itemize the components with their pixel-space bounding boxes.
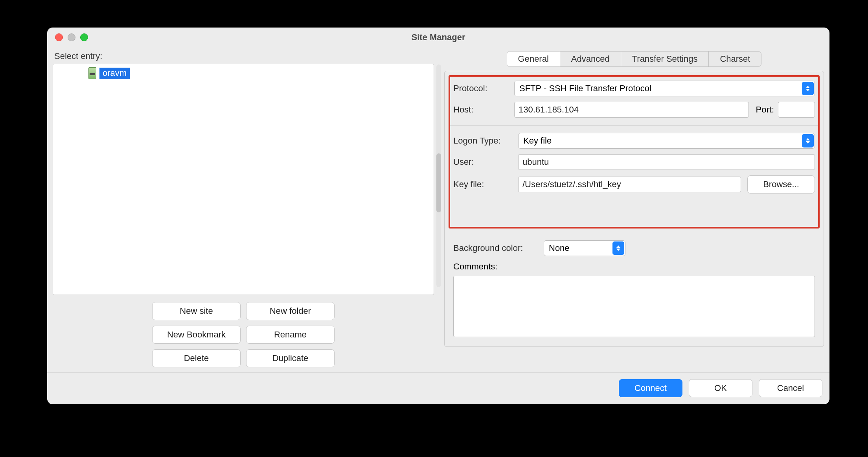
logon-type-select[interactable]: Key file: [518, 133, 815, 149]
user-input[interactable]: ubuntu: [518, 154, 815, 170]
bgcolor-value: None: [549, 243, 570, 253]
scrollbar-thumb[interactable]: [436, 153, 441, 212]
window-zoom-icon[interactable]: [80, 33, 88, 41]
entry-oravm[interactable]: oravm: [88, 67, 130, 79]
entry-label: oravm: [99, 68, 130, 79]
separator: [450, 125, 818, 126]
tab-charset[interactable]: Charset: [709, 52, 761, 66]
window-minimize-icon[interactable]: [68, 33, 75, 41]
protocol-label: Protocol:: [453, 83, 514, 94]
server-icon: [88, 67, 96, 79]
new-folder-button[interactable]: New folder: [246, 302, 335, 320]
general-panel: Protocol: SFTP - SSH File Transfer Proto…: [444, 71, 824, 347]
ok-button[interactable]: OK: [689, 379, 752, 397]
titlebar: Site Manager: [47, 28, 829, 47]
host-label: Host:: [453, 105, 514, 115]
user-label: User:: [453, 157, 518, 167]
entry-list[interactable]: oravm: [53, 64, 434, 295]
chevron-up-down-icon: [802, 82, 814, 95]
window-title: Site Manager: [47, 32, 829, 42]
rename-button[interactable]: Rename: [246, 326, 335, 344]
tab-bar: General Advanced Transfer Settings Chars…: [507, 51, 762, 67]
comments-label: Comments:: [453, 262, 815, 272]
chevron-up-down-icon: [802, 134, 814, 147]
duplicate-button[interactable]: Duplicate: [246, 349, 335, 367]
tab-transfer-settings[interactable]: Transfer Settings: [621, 52, 709, 66]
select-entry-label: Select entry:: [54, 51, 434, 61]
tab-advanced[interactable]: Advanced: [560, 52, 621, 66]
new-site-button[interactable]: New site: [152, 302, 241, 320]
bgcolor-select[interactable]: None: [544, 240, 625, 256]
keyfile-label: Key file:: [453, 179, 518, 190]
port-input[interactable]: [778, 102, 815, 118]
logon-type-value: Key file: [523, 136, 552, 146]
browse-button[interactable]: Browse...: [747, 175, 815, 193]
keyfile-input[interactable]: /Users/stuetz/.ssh/htl_key: [518, 177, 741, 192]
bgcolor-label: Background color:: [453, 243, 544, 253]
scrollbar[interactable]: [436, 64, 441, 287]
comments-textarea[interactable]: [453, 276, 815, 337]
host-input[interactable]: 130.61.185.104: [514, 102, 749, 118]
logon-type-label: Logon Type:: [453, 136, 518, 146]
new-bookmark-button[interactable]: New Bookmark: [152, 326, 241, 344]
footer-separator: [47, 372, 829, 373]
tab-general[interactable]: General: [507, 52, 560, 66]
delete-button[interactable]: Delete: [152, 349, 241, 367]
protocol-value: SFTP - SSH File Transfer Protocol: [519, 83, 651, 94]
cancel-button[interactable]: Cancel: [759, 379, 822, 397]
site-manager-window: Site Manager Select entry: oravm: [47, 28, 829, 404]
window-close-icon[interactable]: [55, 33, 63, 41]
connect-button[interactable]: Connect: [619, 379, 682, 397]
chevron-up-down-icon: [612, 241, 624, 255]
port-label: Port:: [756, 105, 774, 115]
protocol-select[interactable]: SFTP - SSH File Transfer Protocol: [514, 81, 815, 96]
